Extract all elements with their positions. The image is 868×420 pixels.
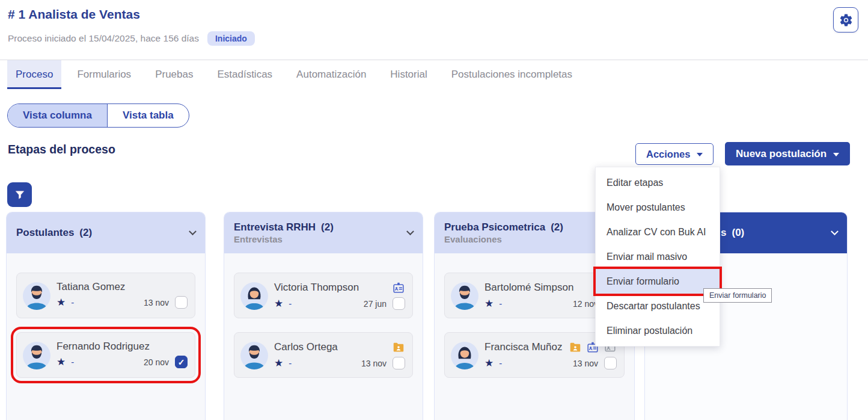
actions-menu: Editar etapasMover postulantesAnalizar C…: [595, 167, 720, 347]
stage-subtitle: Entrevistas: [234, 234, 334, 246]
rating-value: -: [289, 358, 292, 368]
actions-button-label: Acciones: [646, 149, 690, 160]
rating-value: -: [499, 358, 502, 368]
actions-button[interactable]: Acciones: [635, 143, 714, 165]
male-avatar: [240, 342, 268, 369]
candidate-card[interactable]: Tatiana Gomez★-13 nov: [16, 273, 195, 318]
menu-item-mover-postulantes[interactable]: Mover postulantes: [596, 195, 720, 220]
female-avatar: [451, 342, 478, 369]
star-rating-icon[interactable]: ★: [274, 298, 283, 309]
board-heading: Etapas del proceso: [8, 143, 115, 156]
process-subtitle-row: Proceso iniciado el 15/04/2025, hace 156…: [8, 31, 255, 46]
candidate-name: Carlos Ortega: [274, 341, 338, 353]
rating-value: -: [71, 357, 74, 367]
process-start-info: Proceso iniciado el 15/04/2025, hace 156…: [8, 33, 199, 44]
candidate-name: Victoria Thompson: [274, 282, 359, 294]
application-date: 12 nov: [573, 299, 598, 309]
stage-count: (2): [79, 227, 92, 238]
rating-value: -: [289, 298, 292, 309]
candidate-checkbox[interactable]: [175, 356, 188, 368]
tab-estad-sticas[interactable]: Estadísticas: [209, 60, 281, 89]
stage-subtitle: Evaluaciones: [444, 234, 563, 246]
status-badge: Iniciado: [207, 31, 255, 46]
stage-title: Prueba Psicometrica(2): [444, 221, 563, 233]
application-date: 20 nov: [144, 357, 169, 367]
folder-user-icon[interactable]: [392, 341, 405, 354]
stage-title: s(0): [721, 226, 744, 239]
candidate-name: Tatiana Gomez: [57, 281, 125, 293]
stage-count: (0): [732, 227, 744, 238]
chevron-down-icon[interactable]: [831, 227, 839, 235]
star-rating-icon[interactable]: ★: [484, 298, 494, 309]
view-toggle: Vista columnaVista tabla: [7, 103, 189, 128]
new-application-button[interactable]: Nueva postulación: [725, 142, 850, 165]
star-rating-icon[interactable]: ★: [484, 358, 494, 368]
rating-value: -: [499, 298, 502, 309]
female-avatar: [240, 282, 268, 310]
stage-column: Entrevista RRHH(2)EntrevistasVictoria Th…: [224, 212, 423, 420]
star-rating-icon[interactable]: ★: [274, 358, 283, 368]
application-date: 13 nov: [573, 359, 598, 368]
application-date: 13 nov: [361, 359, 387, 368]
menu-item-analizar-cv-con-buk-ai[interactable]: Analizar CV con Buk AI: [596, 220, 720, 244]
candidate-name: Bartolomé Simpson: [484, 282, 573, 294]
application-date: 27 jun: [364, 299, 387, 309]
tab-pruebas[interactable]: Pruebas: [147, 60, 201, 89]
process-tabs: ProcesoFormulariosPruebasEstadísticasAut…: [7, 60, 588, 89]
star-rating-icon[interactable]: ★: [57, 297, 66, 307]
chevron-down-icon[interactable]: [406, 227, 414, 235]
funnel-icon: [14, 189, 26, 201]
stage-title: Postulantes(2): [16, 226, 92, 239]
tab-automatizaci-n[interactable]: Automatización: [288, 60, 374, 89]
tab-proceso[interactable]: Proceso: [7, 60, 61, 89]
chevron-down-icon[interactable]: [189, 227, 197, 235]
menu-item-enviar-mail-masivo[interactable]: Enviar mail masivo: [596, 244, 720, 269]
male-avatar: [451, 282, 478, 310]
settings-button[interactable]: [833, 7, 858, 32]
candidate-checkbox[interactable]: [393, 297, 405, 310]
stage-column: Postulantes(2)Tatiana Gomez★-13 novFerna…: [6, 212, 206, 420]
view-option-vista-columna[interactable]: Vista columna: [8, 104, 107, 127]
rating-value: -: [71, 297, 74, 307]
candidate-card[interactable]: Carlos Ortega★-13 nov: [234, 332, 413, 378]
stage-count: (2): [321, 221, 334, 233]
candidate-checkbox[interactable]: [393, 357, 405, 369]
tooltip: Enviar formulario: [703, 288, 772, 303]
menu-item-eliminar-postulaci-n[interactable]: Eliminar postulación: [596, 318, 720, 343]
filter-button[interactable]: [7, 182, 32, 207]
menu-item-editar-etapas[interactable]: Editar etapas: [596, 170, 720, 195]
menu-item-enviar-formulario[interactable]: Enviar formulario: [596, 269, 720, 294]
new-application-label: Nueva postulación: [736, 148, 827, 160]
view-option-vista-tabla[interactable]: Vista tabla: [107, 104, 189, 127]
stage-column-header: Postulantes(2): [7, 212, 205, 253]
gear-icon: [839, 13, 854, 28]
male-avatar: [23, 282, 50, 310]
tab-postulaciones-incompletas[interactable]: Postulaciones incompletas: [443, 60, 581, 89]
candidate-card[interactable]: Victoria Thompson★-27 jun: [234, 273, 413, 318]
candidate-name: Francisca Muñoz: [484, 341, 562, 353]
recruiting-process-page: # 1 Analista de Ventas Proceso iniciado …: [0, 0, 868, 420]
candidate-checkbox[interactable]: [175, 296, 188, 309]
folder-user-icon[interactable]: [569, 341, 582, 354]
page-title: # 1 Analista de Ventas: [8, 7, 140, 22]
id-badge-icon[interactable]: [392, 281, 405, 294]
menu-item-descartar-postulantes[interactable]: Descartar postulantes: [596, 294, 720, 318]
chevron-down-icon: [697, 153, 703, 156]
stage-column-header: Entrevista RRHH(2)Entrevistas: [224, 212, 423, 253]
male-avatar: [23, 342, 50, 369]
tab-formularios[interactable]: Formularios: [69, 60, 139, 89]
stage-title: Entrevista RRHH(2): [234, 221, 334, 233]
candidate-card[interactable]: Fernando Rodriguez★-20 nov: [16, 332, 195, 378]
application-date: 13 nov: [144, 298, 169, 307]
stage-count: (2): [551, 221, 563, 233]
star-rating-icon[interactable]: ★: [57, 357, 66, 367]
tab-historial[interactable]: Historial: [382, 60, 435, 89]
candidate-checkbox[interactable]: [604, 357, 617, 369]
candidate-name: Fernando Rodriguez: [57, 341, 150, 353]
chevron-down-icon: [833, 153, 839, 156]
